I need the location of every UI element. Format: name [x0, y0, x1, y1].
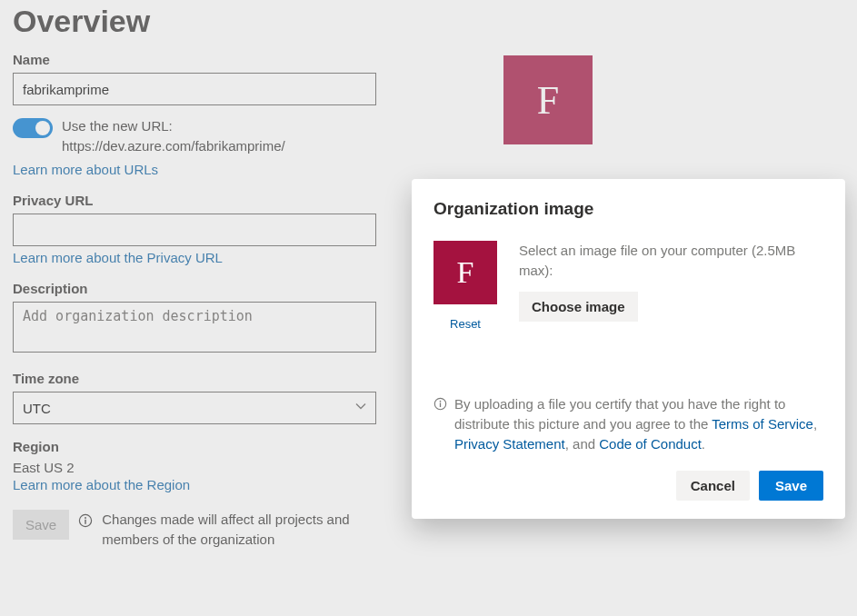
- cancel-button[interactable]: Cancel: [676, 471, 750, 501]
- region-label: Region: [13, 439, 394, 454]
- region-value: East US 2: [13, 460, 394, 475]
- svg-point-1: [85, 517, 86, 519]
- privacy-url-input[interactable]: [13, 214, 376, 246]
- description-label: Description: [13, 281, 394, 296]
- org-avatar-letter: F: [537, 77, 559, 124]
- timezone-label: Time zone: [13, 371, 394, 386]
- code-of-conduct-link[interactable]: Code of Conduct: [599, 436, 702, 452]
- info-icon: [78, 513, 93, 532]
- privacy-url-label: Privacy URL: [13, 193, 394, 208]
- description-input[interactable]: [13, 302, 376, 353]
- svg-point-4: [440, 401, 442, 402]
- choose-image-button[interactable]: Choose image: [519, 292, 638, 322]
- organization-image-dialog: Organization image F Reset Select an ima…: [412, 179, 845, 519]
- svg-rect-5: [440, 402, 441, 407]
- privacy-statement-link[interactable]: Privacy Statement: [454, 436, 565, 452]
- dialog-avatar: F: [433, 241, 497, 304]
- reset-link[interactable]: Reset: [450, 317, 481, 331]
- name-input[interactable]: [13, 73, 376, 105]
- dialog-instruction: Select an image file on your computer (2…: [519, 241, 823, 281]
- new-url-text: Use the new URL: https://dev.azure.com/f…: [62, 116, 389, 156]
- legal-text: By uploading a file you certify that you…: [454, 394, 823, 454]
- org-avatar[interactable]: F: [503, 55, 593, 144]
- learn-more-privacy-link[interactable]: Learn more about the Privacy URL: [13, 250, 223, 265]
- toggle-knob: [35, 121, 50, 135]
- timezone-select[interactable]: [13, 392, 376, 424]
- dialog-save-button[interactable]: Save: [759, 471, 823, 501]
- learn-more-region-link[interactable]: Learn more about the Region: [13, 477, 190, 492]
- new-url-toggle[interactable]: [13, 118, 53, 138]
- dialog-avatar-letter: F: [457, 255, 474, 290]
- terms-of-service-link[interactable]: Terms of Service: [712, 416, 813, 432]
- page-title: Overview: [13, 0, 844, 39]
- learn-more-urls-link[interactable]: Learn more about URLs: [13, 162, 158, 177]
- save-button: Save: [13, 510, 69, 540]
- name-label: Name: [13, 52, 394, 67]
- save-note: Changes made will affect all projects an…: [102, 510, 394, 550]
- info-icon: [433, 396, 447, 454]
- dialog-title: Organization image: [433, 199, 823, 219]
- svg-rect-2: [85, 520, 86, 524]
